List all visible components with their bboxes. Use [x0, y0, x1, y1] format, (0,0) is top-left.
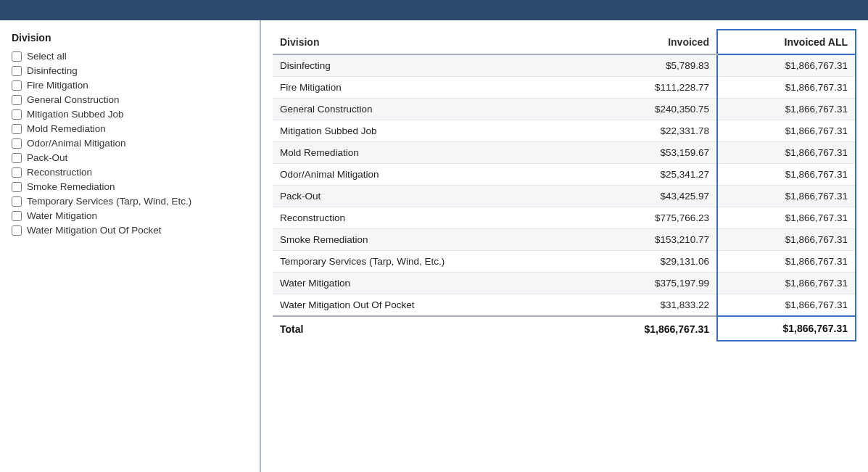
cell-invoiced-all: $1,866,767.31	[717, 99, 856, 120]
cell-invoiced-all: $1,866,767.31	[717, 207, 856, 229]
cell-invoiced-all: $1,866,767.31	[717, 77, 856, 99]
cell-division: Mold Remediation	[273, 142, 580, 164]
checkbox-label: Disinfecting	[27, 65, 78, 76]
table-row: Pack-Out$43,425.97$1,866,767.31	[273, 186, 856, 207]
checkbox-label: Mitigation Subbed Job	[27, 109, 124, 120]
checkbox-item[interactable]: Water Mitigation Out Of Pocket	[12, 225, 251, 236]
checkbox-item[interactable]: Mold Remediation	[12, 123, 251, 134]
table-row: Fire Mitigation$111,228.77$1,866,767.31	[273, 77, 856, 99]
division-panel-title: Division	[12, 32, 251, 44]
cell-invoiced: $111,228.77	[580, 77, 717, 99]
checkbox-select-all[interactable]: Select all	[12, 51, 251, 62]
cell-division: Pack-Out	[273, 186, 580, 207]
checkbox-label: Temporary Services (Tarp, Wind, Etc.)	[27, 196, 191, 207]
right-panel: Division Invoiced Invoiced ALL Disinfect…	[261, 20, 868, 472]
table-row: Smoke Remediation$153,210.77$1,866,767.3…	[273, 229, 856, 251]
cell-division: Reconstruction	[273, 207, 580, 229]
table-row: Water Mitigation$375,197.99$1,866,767.31	[273, 273, 856, 294]
checkbox-label: Odor/Animal Mitigation	[27, 138, 126, 149]
left-panel: Division Select allDisinfectingFire Miti…	[0, 20, 261, 472]
table-row: Reconstruction$775,766.23$1,866,767.31	[273, 207, 856, 229]
checkbox-input[interactable]	[12, 182, 22, 192]
division-table: Division Invoiced Invoiced ALL Disinfect…	[273, 29, 856, 341]
table-row: Temporary Services (Tarp, Wind, Etc.)$29…	[273, 251, 856, 273]
cell-division: Disinfecting	[273, 54, 580, 77]
checkbox-input[interactable]	[12, 225, 22, 236]
cell-invoiced-all: $1,866,767.31	[717, 251, 856, 273]
footer-label: Total	[273, 316, 580, 341]
checkbox-input[interactable]	[12, 66, 22, 76]
cell-invoiced-all: $1,866,767.31	[717, 273, 856, 294]
cell-division: Odor/Animal Mitigation	[273, 164, 580, 186]
checkbox-label: Smoke Remediation	[27, 181, 115, 192]
checkbox-item[interactable]: Odor/Animal Mitigation	[12, 138, 251, 149]
cell-invoiced: $775,766.23	[580, 207, 717, 229]
cell-invoiced-all: $1,866,767.31	[717, 54, 856, 77]
main-content: Division Select allDisinfectingFire Miti…	[0, 20, 868, 472]
cell-invoiced: $375,197.99	[580, 273, 717, 294]
checkbox-label: Pack-Out	[27, 152, 67, 163]
checkbox-item[interactable]: Reconstruction	[12, 167, 251, 178]
cell-division: Temporary Services (Tarp, Wind, Etc.)	[273, 251, 580, 273]
cell-invoiced-all: $1,866,767.31	[717, 142, 856, 164]
cell-invoiced-all: $1,866,767.31	[717, 294, 856, 317]
checkbox-label: Select all	[27, 51, 67, 62]
checkbox-item[interactable]: Disinfecting	[12, 65, 251, 76]
cell-division: Water Mitigation Out Of Pocket	[273, 294, 580, 317]
table-row: Disinfecting$5,789.83$1,866,767.31	[273, 54, 856, 77]
col-header-division: Division	[273, 30, 580, 54]
cell-invoiced: $43,425.97	[580, 186, 717, 207]
checkbox-label: Mold Remediation	[27, 123, 106, 134]
table-row: Mitigation Subbed Job$22,331.78$1,866,76…	[273, 120, 856, 142]
cell-division: Mitigation Subbed Job	[273, 120, 580, 142]
checkbox-input[interactable]	[12, 95, 22, 105]
checkbox-item[interactable]: Temporary Services (Tarp, Wind, Etc.)	[12, 196, 251, 207]
checkbox-input[interactable]	[12, 167, 22, 178]
cell-invoiced: $153,210.77	[580, 229, 717, 251]
checkbox-label: Water Mitigation	[27, 210, 97, 221]
checkbox-label: Reconstruction	[27, 167, 92, 178]
table-row: General Construction$240,350.75$1,866,76…	[273, 99, 856, 120]
checkbox-item[interactable]: General Construction	[12, 94, 251, 105]
footer-invoiced-all: $1,866,767.31	[717, 316, 856, 341]
cell-invoiced: $5,789.83	[580, 54, 717, 77]
checkbox-item[interactable]: Pack-Out	[12, 152, 251, 163]
checkbox-label: Fire Mitigation	[27, 80, 88, 91]
checkbox-item[interactable]: Smoke Remediation	[12, 181, 251, 192]
checkbox-input[interactable]	[12, 196, 22, 207]
table-row: Odor/Animal Mitigation$25,341.27$1,866,7…	[273, 164, 856, 186]
table-row: Water Mitigation Out Of Pocket$31,833.22…	[273, 294, 856, 317]
checkbox-item[interactable]: Water Mitigation	[12, 210, 251, 221]
checkbox-label: General Construction	[27, 94, 120, 105]
checkbox-label: Water Mitigation Out Of Pocket	[27, 225, 162, 236]
cell-invoiced: $25,341.27	[580, 164, 717, 186]
checkbox-input[interactable]	[12, 109, 22, 120]
cell-invoiced: $31,833.22	[580, 294, 717, 317]
checkbox-input[interactable]	[12, 80, 22, 91]
checkbox-input[interactable]	[12, 138, 22, 149]
cell-invoiced-all: $1,866,767.31	[717, 186, 856, 207]
cell-division: General Construction	[273, 99, 580, 120]
cell-invoiced-all: $1,866,767.31	[717, 229, 856, 251]
cell-division: Water Mitigation	[273, 273, 580, 294]
cell-invoiced: $22,331.78	[580, 120, 717, 142]
division-filter-list: Select allDisinfectingFire MitigationGen…	[12, 51, 251, 236]
cell-division: Fire Mitigation	[273, 77, 580, 99]
checkbox-input[interactable]	[12, 51, 22, 62]
checkbox-input[interactable]	[12, 124, 22, 134]
cell-invoiced: $29,131.06	[580, 251, 717, 273]
footer-invoiced: $1,866,767.31	[580, 316, 717, 341]
checkbox-input[interactable]	[12, 211, 22, 221]
checkbox-item[interactable]: Mitigation Subbed Job	[12, 109, 251, 120]
checkbox-input[interactable]	[12, 153, 22, 163]
cell-invoiced-all: $1,866,767.31	[717, 120, 856, 142]
cell-invoiced-all: $1,866,767.31	[717, 164, 856, 186]
cell-division: Smoke Remediation	[273, 229, 580, 251]
cell-invoiced: $240,350.75	[580, 99, 717, 120]
col-header-invoiced-all: Invoiced ALL	[717, 30, 856, 54]
table-body: Disinfecting$5,789.83$1,866,767.31Fire M…	[273, 54, 856, 316]
checkbox-item[interactable]: Fire Mitigation	[12, 80, 251, 91]
top-bar	[0, 0, 868, 20]
col-header-invoiced: Invoiced	[580, 30, 717, 54]
table-footer-row: Total $1,866,767.31 $1,866,767.31	[273, 316, 856, 341]
